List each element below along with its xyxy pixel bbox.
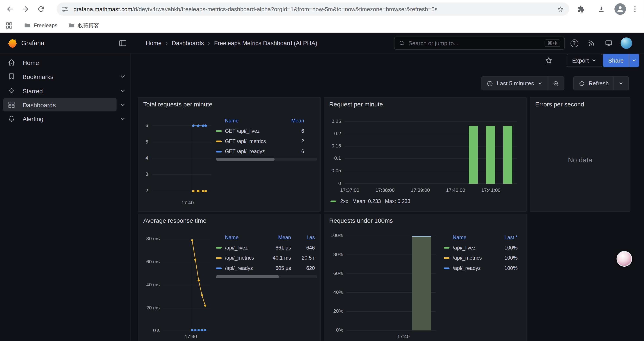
legend-mean-value: 6 (281, 149, 304, 154)
chevron-down-icon[interactable] (119, 115, 126, 122)
bookmark-star-icon[interactable] (556, 5, 564, 13)
legend-mean-value: Mean: 0.233 (352, 198, 381, 204)
legend-row[interactable]: /api/_metrics40.1 ms20.5 r (216, 253, 318, 263)
sidebar-item-starred[interactable]: Starred (3, 84, 127, 97)
menu-button[interactable] (628, 3, 642, 16)
legend-header-last[interactable]: Las (296, 235, 315, 240)
legend-header-name[interactable]: Name (453, 235, 488, 240)
legend-header-mean[interactable]: Mean (281, 118, 304, 124)
breadcrumb-home[interactable]: Home (146, 40, 162, 47)
panel-title[interactable]: Request per minute (329, 101, 383, 108)
series-color-indicator (330, 201, 336, 202)
legend-series-name: /api/_metrics (453, 255, 488, 261)
assistant-avatar[interactable] (616, 251, 632, 267)
legend-series-name: /api/_readyz (225, 265, 267, 271)
legend-series-name[interactable]: 2xx (340, 198, 348, 204)
reload-button[interactable] (34, 3, 48, 16)
chevron-down-icon[interactable] (119, 73, 126, 80)
legend-series-name: GET /api/_metrics (225, 138, 281, 144)
legend-row[interactable]: /api/_readyz605 µs620 (216, 263, 318, 273)
panel-title[interactable]: Average response time (143, 217, 206, 224)
bookmark-item[interactable]: 收藏博客 (68, 22, 99, 29)
x-axis-label: 17:39:00 (405, 187, 436, 193)
chevron-down-icon (537, 81, 543, 86)
legend-header-name[interactable]: Name (225, 235, 267, 240)
favorite-star-button[interactable] (544, 56, 553, 65)
search-input[interactable] (408, 40, 545, 47)
forward-button[interactable] (19, 3, 32, 16)
downloads-button[interactable] (595, 3, 608, 16)
url-text: grafana.mathmast.com/d/deytv4rwavabkb/fr… (74, 6, 553, 12)
legend-series-name: /api/_livez (225, 245, 267, 250)
zoom-out-button[interactable] (548, 77, 564, 90)
scrollbar-thumb[interactable] (216, 158, 275, 161)
legend-header-row: NameMeanLas (216, 233, 318, 242)
panel-errors-per-second: Errors per second No data (530, 97, 630, 212)
legend-mean-value: 40.1 ms (267, 255, 291, 261)
chevron-down-icon[interactable] (119, 87, 126, 95)
legend[interactable]: 2xx Mean: 0.233 Max: 0.233 (330, 197, 410, 206)
news-button[interactable] (586, 38, 597, 49)
profile-button[interactable] (614, 3, 626, 15)
grafana-header: Grafana Home › Dashboards › Freeleaps Me… (0, 33, 644, 54)
chevron-down-icon[interactable] (119, 101, 126, 109)
legend-row[interactable]: /api/_readyz100% (444, 263, 521, 273)
sidebar-item-home[interactable]: Home (3, 56, 127, 69)
sidebar-item-label: Bookmarks (22, 73, 53, 80)
refresh-button[interactable]: Refresh (574, 77, 613, 90)
home-icon (8, 58, 16, 67)
search-shortcut-badge: ⌘+k (545, 40, 560, 47)
panel-request-per-minute: Request per minute 2xx Mean: 0.233 Max: … (324, 97, 526, 212)
legend-row[interactable]: /api/_livez100% (444, 242, 521, 253)
time-range-picker[interactable]: Last 5 minutes (482, 77, 548, 90)
sidebar-toggle-button[interactable] (118, 39, 127, 48)
legend-row[interactable]: /api/_metrics100% (444, 253, 521, 263)
sidebar-item-dashboards[interactable]: Dashboards (3, 98, 127, 112)
scrollbar-thumb[interactable] (216, 275, 279, 278)
bookmark-label: Freeleaps (34, 22, 58, 28)
legend-row[interactable]: GET /api/_livez6 (216, 126, 318, 136)
sidebar-item-alerting[interactable]: Alerting (3, 112, 127, 125)
sidebar-item-bookmarks[interactable]: Bookmarks (3, 70, 127, 83)
breadcrumb-dashboards[interactable]: Dashboards (172, 40, 204, 47)
legend-header-name[interactable]: Name (225, 118, 281, 124)
legend-scrollbar[interactable] (216, 275, 318, 278)
panel-title[interactable]: Errors per second (535, 101, 584, 108)
apps-grid-icon[interactable] (5, 21, 13, 29)
address-bar[interactable]: grafana.mathmast.com/d/deytv4rwavabkb/fr… (56, 3, 569, 16)
legend-row[interactable]: GET /api/_metrics2 (216, 136, 318, 146)
legend-header-row: NameLast * (444, 233, 521, 242)
site-settings-icon[interactable] (62, 6, 68, 13)
y-axis-label: 4 (138, 155, 148, 161)
legend-header-last[interactable]: Last * (493, 235, 518, 240)
y-axis-label: 60 ms (138, 259, 160, 265)
panel-title[interactable]: Total requests per minute (143, 101, 212, 108)
apps-icon (8, 101, 16, 109)
share-dropdown-button[interactable] (629, 54, 639, 67)
export-button[interactable]: Export (567, 54, 602, 67)
legend-header-mean[interactable]: Mean (267, 235, 291, 240)
bookmarks-bar: Freeleaps收藏博客 (0, 18, 644, 33)
series-color-indicator (216, 257, 222, 258)
legend-row[interactable]: /api/_livez661 µs646 (216, 242, 318, 253)
legend-row[interactable]: GET /api/_readyz6 (216, 146, 318, 157)
folder-icon (68, 22, 75, 29)
help-button[interactable]: ? (569, 38, 580, 49)
no-data-message: No data (530, 156, 630, 164)
y-axis-label: 0.05 (324, 168, 341, 173)
extensions-button[interactable] (574, 3, 588, 16)
share-button[interactable]: Share (603, 54, 629, 67)
bookmark-item[interactable]: Freeleaps (24, 22, 58, 29)
search-box[interactable]: ⌘+k (394, 37, 565, 50)
back-button[interactable] (3, 3, 16, 16)
url-path: /d/deytv4rwavabkb/freeleaps-metrics-dash… (132, 6, 437, 12)
user-avatar[interactable] (620, 37, 632, 49)
grafana-logo[interactable] (6, 38, 17, 49)
legend-scrollbar[interactable] (216, 158, 318, 161)
legend-mean-value: 6 (281, 128, 304, 134)
panel-title[interactable]: Requests under 100ms (329, 217, 393, 224)
kiosk-mode-button[interactable] (604, 38, 614, 49)
rss-icon (588, 39, 596, 47)
refresh-interval-dropdown[interactable] (613, 77, 628, 90)
forward-icon (21, 5, 29, 13)
